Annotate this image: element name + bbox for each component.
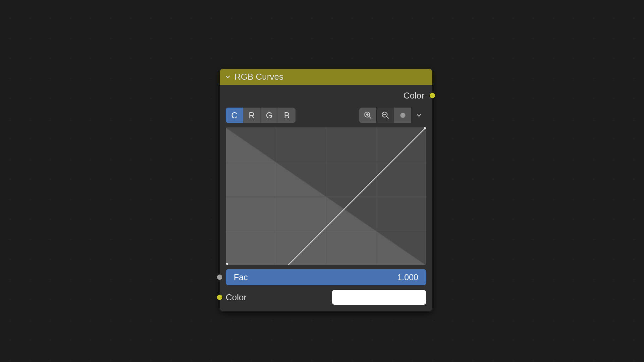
color-input-socket[interactable] [217,294,223,300]
svg-line-1 [369,116,371,119]
zoom-in-button[interactable] [359,108,377,123]
color-swatch[interactable] [332,290,426,305]
curve-handle-end[interactable] [424,127,426,129]
channel-tab-b[interactable]: B [278,108,296,123]
fac-slider[interactable]: Fac 1.000 [226,269,426,285]
curve-handle-start[interactable] [226,263,228,265]
svg-point-7 [400,113,405,118]
channel-tabs: C R G B [226,108,296,123]
chevron-down-icon[interactable] [224,73,231,80]
curve-controls-row: C R G B [226,108,426,123]
channel-tab-r[interactable]: R [243,108,261,123]
curve-line [226,127,426,265]
clipping-dot-icon [398,111,407,120]
curve-editor[interactable] [226,127,426,265]
fac-input-socket[interactable] [217,274,223,280]
color-input-label: Color [226,292,247,303]
chevron-down-icon [416,112,422,118]
zoom-out-button[interactable] [377,108,394,123]
curve-tool-buttons [359,108,426,123]
channel-tab-g[interactable]: G [261,108,278,123]
zoom-out-icon [381,111,390,120]
fac-value: 1.000 [397,273,418,282]
color-input-row: Color [226,289,426,305]
node-header[interactable]: RGB Curves [220,69,432,85]
fac-label: Fac [234,273,248,282]
svg-line-5 [386,116,389,119]
output-color-label: Color [404,90,426,101]
curve-options-menu[interactable] [412,108,426,123]
output-color-socket[interactable] [429,93,435,99]
output-color-row: Color [226,89,426,102]
svg-line-8 [226,127,426,265]
rgb-curves-node[interactable]: RGB Curves Color C R G B [219,68,433,312]
node-body: Color C R G B [220,85,432,311]
node-title: RGB Curves [234,72,283,82]
channel-tab-c[interactable]: C [226,108,243,123]
clipping-toggle[interactable] [394,108,412,123]
zoom-in-icon [364,111,372,120]
